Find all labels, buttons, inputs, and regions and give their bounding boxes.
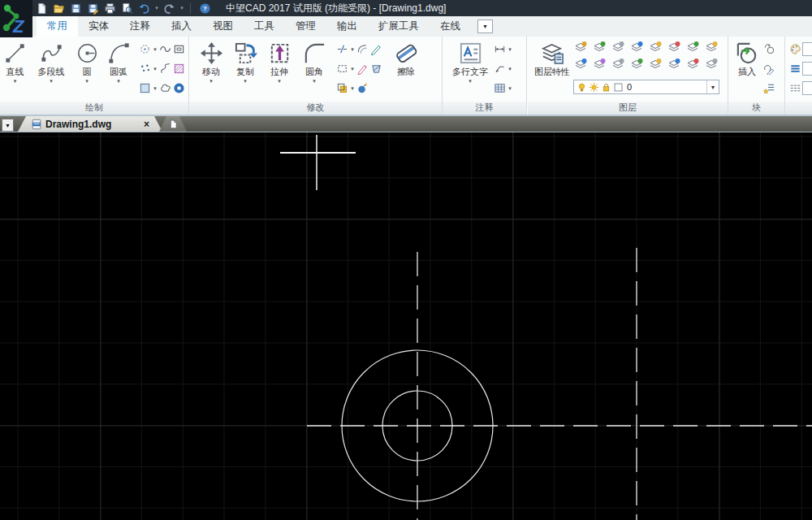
ribbon-tab-solid[interactable]: 实体: [78, 16, 119, 37]
chevron-down-icon[interactable]: ▾: [507, 85, 513, 92]
chevron-down-icon[interactable]: ▾: [14, 78, 17, 84]
create-block-button[interactable]: [762, 42, 776, 56]
undo-button[interactable]: [136, 1, 152, 15]
layer-on-button[interactable]: [592, 40, 606, 54]
drawing-area[interactable]: [0, 132, 812, 520]
line-button[interactable]: 直线▾: [0, 37, 30, 102]
chevron-down-icon[interactable]: ▾: [209, 78, 213, 84]
layer-freeze-button[interactable]: [611, 40, 624, 54]
layer-off-button[interactable]: [573, 40, 587, 54]
chevron-down-icon[interactable]: ▾: [152, 66, 158, 72]
hatch-button[interactable]: [172, 62, 186, 76]
panel-label-layer[interactable]: 图层: [528, 102, 728, 115]
preview-button[interactable]: [119, 1, 135, 15]
lineweight-control-button[interactable]: [788, 62, 802, 76]
array-button[interactable]: [335, 81, 349, 95]
chevron-down-icon[interactable]: ▾: [85, 78, 89, 84]
layer-copy-button[interactable]: [704, 57, 718, 71]
chevron-down-icon[interactable]: ▾: [50, 78, 53, 84]
ribbon-tab-tools[interactable]: 工具: [244, 16, 285, 37]
layer-delete-button[interactable]: [648, 57, 662, 71]
ribbon-tab-home[interactable]: 常用: [37, 16, 78, 37]
new-document-tab-button[interactable]: [159, 116, 187, 132]
chevron-down-icon[interactable]: ▾: [349, 85, 356, 92]
revision-cloud-button[interactable]: [158, 81, 172, 95]
edit-hatch-button[interactable]: [369, 62, 383, 76]
open-file-button[interactable]: [51, 1, 67, 15]
redo-button[interactable]: [162, 1, 177, 15]
chevron-down-icon[interactable]: ▾: [153, 5, 160, 11]
layer-previous-button[interactable]: [573, 57, 587, 71]
layer-isolate-button[interactable]: [685, 40, 699, 54]
layer-properties-button[interactable]: 图层特性: [531, 37, 573, 102]
chevron-down-icon[interactable]: ▾: [278, 78, 281, 84]
plot-button[interactable]: [102, 1, 118, 15]
save-as-button[interactable]: [85, 1, 101, 15]
edit-block-button[interactable]: [762, 62, 776, 76]
layer-unisolate-button[interactable]: [704, 40, 718, 54]
layer-current-button[interactable]: [685, 57, 699, 71]
erase-button[interactable]: 擦除: [387, 37, 425, 102]
circle-button[interactable]: 圆▾: [72, 37, 102, 102]
model-space-viewport[interactable]: [0, 132, 812, 520]
panel-label-modify[interactable]: 修改: [189, 102, 442, 115]
arc-button[interactable]: 圆弧▾: [102, 37, 136, 102]
panel-label-draw[interactable]: 绘制: [0, 102, 188, 115]
chevron-down-icon[interactable]: ▾: [244, 78, 247, 84]
ribbon-options-dropdown[interactable]: ▼: [477, 20, 493, 33]
new-file-button[interactable]: [34, 1, 50, 15]
panel-label-annotate[interactable]: 注释: [443, 102, 526, 115]
ribbon-tab-output[interactable]: 输出: [326, 16, 368, 37]
chevron-down-icon[interactable]: ▾: [349, 66, 356, 72]
offset-button[interactable]: [356, 42, 369, 56]
stretch-button[interactable]: 拉伸▾: [262, 37, 296, 102]
rectangle-button[interactable]: [172, 42, 186, 56]
chevron-down-icon[interactable]: ▾: [152, 46, 158, 53]
move-button[interactable]: 移动▾: [194, 37, 228, 102]
layer-match-button[interactable]: [611, 57, 624, 71]
layer-state-button[interactable]: [667, 57, 680, 71]
spline-fit-button[interactable]: [158, 62, 172, 76]
gradient-button[interactable]: [138, 81, 152, 95]
chevron-down-icon[interactable]: ▾: [507, 46, 513, 53]
scale-button[interactable]: [335, 62, 349, 76]
point-button[interactable]: [138, 62, 152, 76]
explode-button[interactable]: [356, 81, 369, 95]
chevron-down-icon[interactable]: ▾: [152, 85, 158, 92]
save-button[interactable]: [68, 1, 84, 15]
table-button[interactable]: [493, 81, 507, 95]
ribbon-tab-view[interactable]: 视图: [202, 16, 244, 37]
leader-button[interactable]: [493, 62, 507, 76]
document-tabs-dropdown[interactable]: ▼: [2, 119, 14, 132]
mtext-button[interactable]: 多行文字▾: [447, 37, 493, 102]
spline-button[interactable]: [158, 42, 172, 56]
ribbon-tab-online[interactable]: 在线: [430, 16, 471, 37]
color-combo[interactable]: [802, 42, 812, 56]
polyline-button[interactable]: 多段线▾: [30, 37, 72, 102]
panel-label-block[interactable]: 块: [728, 102, 784, 115]
panel-label-properties[interactable]: [785, 102, 812, 115]
block-attributes-button[interactable]: [762, 81, 776, 95]
lineweight-combo[interactable]: [802, 62, 812, 76]
ribbon-tab-insert[interactable]: 插入: [161, 16, 202, 37]
ribbon-tab-annotate[interactable]: 注释: [119, 16, 161, 37]
layer-unlock-button[interactable]: [667, 40, 680, 54]
layer-lock-button[interactable]: [648, 40, 662, 54]
chevron-down-icon[interactable]: ▾: [349, 46, 356, 53]
help-button[interactable]: [197, 1, 213, 15]
insert-block-button[interactable]: 插入: [732, 37, 762, 102]
ribbon-tab-manage[interactable]: 管理: [285, 16, 326, 37]
close-tab-icon[interactable]: ×: [144, 119, 149, 130]
chevron-down-icon[interactable]: ▼: [706, 80, 719, 93]
layer-walk-button[interactable]: [592, 57, 606, 71]
layer-thaw-button[interactable]: [629, 40, 643, 54]
trim-button[interactable]: [335, 42, 349, 56]
center-mark-button[interactable]: [138, 42, 152, 56]
document-tab-active[interactable]: Drawing1.dwg ×: [18, 116, 162, 132]
chevron-down-icon[interactable]: ▾: [507, 66, 513, 72]
fillet-button[interactable]: 圆角▾: [296, 37, 332, 102]
zwcad-logo[interactable]: Z: [0, 0, 32, 37]
layer-merge-button[interactable]: [629, 57, 643, 71]
layer-select[interactable]: 0 ▼: [573, 80, 719, 94]
ribbon-tab-express[interactable]: 扩展工具: [368, 16, 430, 37]
